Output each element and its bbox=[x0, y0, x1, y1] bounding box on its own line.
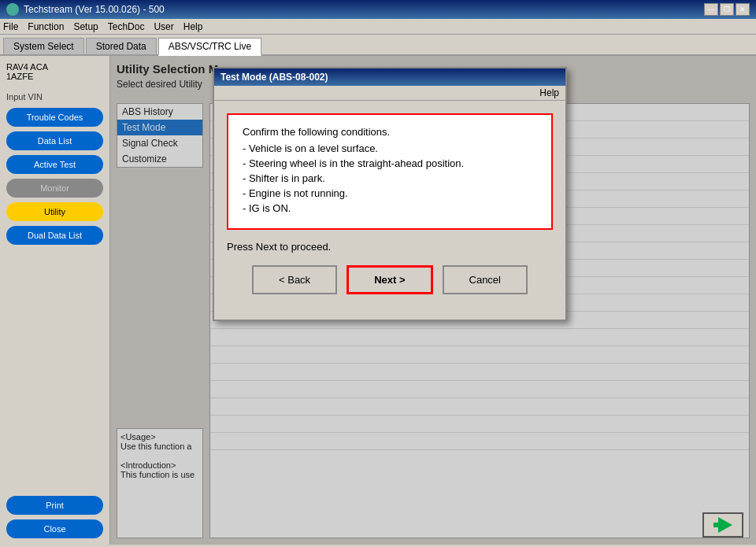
navigate-arrow-button[interactable] bbox=[702, 512, 743, 538]
condition-2: - Steering wheel is in the straight-ahea… bbox=[243, 157, 537, 169]
utility-button[interactable]: Utility bbox=[6, 202, 103, 221]
tab-system-select[interactable]: System Select bbox=[3, 38, 84, 54]
modal-overlay: Test Mode (ABS-08-002) Help Confirm the … bbox=[110, 56, 756, 545]
modal-title: Test Mode (ABS-08-002) bbox=[220, 72, 328, 83]
vehicle-model: RAV4 ACA 1AZFE bbox=[6, 62, 103, 81]
close-button[interactable]: ✕ bbox=[736, 3, 750, 16]
arrow-right-icon bbox=[718, 517, 732, 533]
title-bar: Techstream (Ver 15.00.026) - 500 — ❐ ✕ bbox=[0, 0, 756, 19]
window-controls[interactable]: — ❐ ✕ bbox=[704, 3, 750, 16]
condition-1: - Vehicle is on a level surface. bbox=[243, 142, 537, 154]
print-button[interactable]: Print bbox=[6, 496, 103, 515]
modal-dialog: Test Mode (ABS-08-002) Help Confirm the … bbox=[213, 67, 567, 321]
menu-function[interactable]: Function bbox=[28, 21, 64, 32]
menu-help[interactable]: Help bbox=[183, 21, 203, 32]
input-vin-label: Input VIN bbox=[6, 92, 103, 102]
tab-stored-data[interactable]: Stored Data bbox=[86, 38, 157, 54]
modal-help-label[interactable]: Help bbox=[539, 87, 559, 98]
main-content: RAV4 ACA 1AZFE Input VIN Trouble Codes D… bbox=[0, 56, 756, 545]
menu-techdoc[interactable]: TechDoc bbox=[108, 21, 145, 32]
restore-button[interactable]: ❐ bbox=[720, 3, 734, 16]
modal-help-bar[interactable]: Help bbox=[214, 86, 565, 101]
condition-4: - Engine is not running. bbox=[243, 187, 537, 199]
condition-3: - Shifter is in park. bbox=[243, 172, 537, 184]
data-list-button[interactable]: Data List bbox=[6, 131, 103, 150]
modal-body: Confirm the following conditions. - Vehi… bbox=[214, 101, 565, 320]
active-test-button[interactable]: Active Test bbox=[6, 155, 103, 174]
app-title: Techstream (Ver 15.00.026) - 500 bbox=[24, 4, 165, 15]
menu-user[interactable]: User bbox=[154, 21, 173, 32]
trouble-codes-button[interactable]: Trouble Codes bbox=[6, 108, 103, 127]
modal-buttons: < Back Next > Cancel bbox=[227, 265, 553, 307]
tab-abs-vsc-trc[interactable]: ABS/VSC/TRC Live bbox=[158, 38, 261, 56]
conditions-list: - Vehicle is on a level surface. - Steer… bbox=[243, 142, 537, 214]
proceed-text: Press Next to proceed. bbox=[227, 241, 553, 253]
back-button[interactable]: < Back bbox=[252, 265, 337, 294]
sidebar: RAV4 ACA 1AZFE Input VIN Trouble Codes D… bbox=[0, 56, 110, 545]
conditions-box: Confirm the following conditions. - Vehi… bbox=[227, 113, 553, 230]
close-button-sidebar[interactable]: Close bbox=[6, 519, 103, 538]
tab-bar: System Select Stored Data ABS/VSC/TRC Li… bbox=[0, 35, 756, 56]
menu-bar: File Function Setup TechDoc User Help bbox=[0, 19, 756, 35]
modal-title-bar: Test Mode (ABS-08-002) bbox=[214, 68, 565, 86]
cancel-button[interactable]: Cancel bbox=[443, 265, 528, 294]
dual-data-list-button[interactable]: Dual Data List bbox=[6, 226, 103, 245]
minimize-button[interactable]: — bbox=[704, 3, 718, 16]
next-button[interactable]: Next > bbox=[346, 265, 432, 294]
app-icon bbox=[6, 3, 19, 16]
menu-file[interactable]: File bbox=[3, 21, 18, 32]
utility-area: Utility Selection Menu Select desired Ut… bbox=[110, 56, 756, 545]
menu-setup[interactable]: Setup bbox=[73, 21, 98, 32]
condition-5: - IG is ON. bbox=[243, 202, 537, 214]
monitor-button: Monitor bbox=[6, 179, 103, 198]
conditions-header: Confirm the following conditions. bbox=[243, 126, 537, 138]
